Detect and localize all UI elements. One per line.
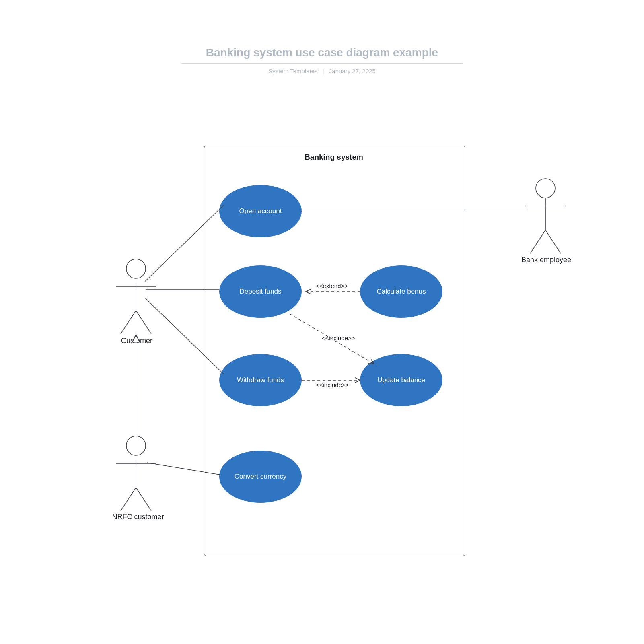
usecase-withdraw-funds: Withdraw funds xyxy=(219,354,302,406)
diagram-title: Banking system use case diagram example xyxy=(181,46,463,64)
svg-line-8 xyxy=(121,488,136,511)
include-label-1: <<include>> xyxy=(322,335,355,342)
actor-employee-label: Bank employee xyxy=(512,256,580,264)
diagram-header: Banking system use case diagram example … xyxy=(181,46,463,74)
usecase-convert-currency: Convert currency xyxy=(219,451,302,503)
svg-line-4 xyxy=(136,311,151,334)
actor-employee-icon xyxy=(525,179,566,253)
svg-line-13 xyxy=(530,230,545,253)
usecase-update-balance-label: Update balance xyxy=(377,376,425,384)
usecase-calculate-bonus-label: Calculate bonus xyxy=(377,288,426,296)
system-label: Banking system xyxy=(290,153,378,162)
svg-point-10 xyxy=(536,179,555,198)
include-label-2: <<include>> xyxy=(316,381,349,388)
usecase-open-account-label: Open account xyxy=(239,207,282,215)
actor-nrfc-label: NRFC customer xyxy=(104,513,172,521)
usecase-convert-currency-label: Convert currency xyxy=(235,473,286,481)
usecase-update-balance: Update balance xyxy=(360,354,442,406)
svg-line-3 xyxy=(121,311,136,334)
subtitle-separator: | xyxy=(323,68,324,74)
svg-line-9 xyxy=(136,488,151,511)
svg-point-0 xyxy=(126,259,146,278)
extend-label: <<extend>> xyxy=(316,282,348,289)
diagram-subtitle: System Templates | January 27, 2025 xyxy=(181,68,463,74)
actor-customer-label: Customer xyxy=(113,337,161,345)
usecase-calculate-bonus: Calculate bonus xyxy=(360,265,442,318)
actor-nrfc-icon xyxy=(116,436,156,511)
usecase-deposit-funds-label: Deposit funds xyxy=(240,288,282,296)
svg-line-14 xyxy=(545,230,561,253)
author-label: System Templates xyxy=(268,68,317,74)
svg-point-5 xyxy=(126,436,146,455)
usecase-open-account: Open account xyxy=(219,185,302,237)
date-label: January 27, 2025 xyxy=(329,68,376,74)
usecase-deposit-funds: Deposit funds xyxy=(219,265,302,318)
usecase-withdraw-funds-label: Withdraw funds xyxy=(237,376,284,384)
diagram-canvas: Banking system use case diagram example … xyxy=(0,0,644,644)
actor-customer-icon xyxy=(116,259,156,334)
